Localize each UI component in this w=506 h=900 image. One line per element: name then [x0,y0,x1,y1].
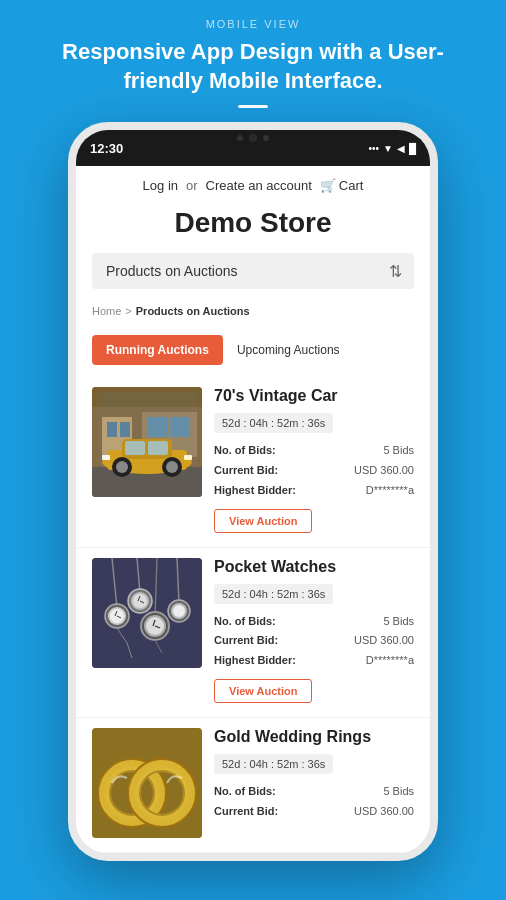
product-info-pocket-watches: Pocket Watches 52d : 04h : 52m : 36s No.… [214,558,414,703]
nav-or: or [186,178,198,193]
notch-dot-1 [237,135,243,141]
bids-value-vintage-car: 5 Bids [383,441,414,461]
bids-row-pocket-watches: No. of Bids: 5 Bids [214,612,414,632]
svg-point-43 [173,605,185,617]
product-timer-vintage-car: 52d : 04h : 52m : 36s [214,413,333,433]
breadcrumb: Home > Products on Auctions [76,299,430,327]
headline: Responsive App Design with a User-friend… [0,38,506,95]
battery-icon: █ [409,143,416,154]
signal-icon: ••• [368,143,379,154]
svg-rect-7 [147,417,167,437]
bids-value-pocket-watches: 5 Bids [383,612,414,632]
store-nav: Log in or Create an account 🛒 Cart [76,166,430,201]
wifi-icon: ▼ [383,143,393,154]
create-account-link[interactable]: Create an account [206,178,312,193]
current-bid-label: Current Bid: [214,461,278,481]
current-bid-value-gold-rings: USD 360.00 [354,802,414,822]
product-image-pocket-watches [92,558,202,668]
current-bid-row-pocket-watches: Current Bid: USD 360.00 [214,631,414,651]
svg-rect-13 [125,441,145,455]
product-name-pocket-watches: Pocket Watches [214,558,414,576]
cart-icon: 🛒 [320,178,336,193]
headline-divider [238,105,268,108]
bids-label-pw: No. of Bids: [214,612,276,632]
highest-bidder-value-pocket-watches: D********a [366,651,414,671]
phone-content[interactable]: Log in or Create an account 🛒 Cart Demo … [76,166,430,853]
svg-point-16 [116,461,128,473]
svg-rect-19 [102,455,110,460]
product-card-vintage-car: 70's Vintage Car 52d : 04h : 52m : 36s N… [76,377,430,547]
bids-label-gr: No. of Bids: [214,782,276,802]
product-timer-pocket-watches: 52d : 04h : 52m : 36s [214,584,333,604]
current-bid-label-gr: Current Bid: [214,802,278,822]
bids-row-vintage-car: No. of Bids: 5 Bids [214,441,414,461]
svg-rect-20 [184,455,192,460]
current-bid-row-vintage-car: Current Bid: USD 360.00 [214,461,414,481]
highest-bidder-row-vintage-car: Highest Bidder: D********a [214,481,414,501]
bids-label: No. of Bids: [214,441,276,461]
product-image-gold-rings [92,728,202,838]
status-icons: ••• ▼ ◀ █ [368,143,416,154]
product-bids-gold-rings: No. of Bids: 5 Bids Current Bid: USD 360… [214,782,414,822]
view-auction-button-pocket-watches[interactable]: View Auction [214,679,312,703]
current-bid-row-gold-rings: Current Bid: USD 360.00 [214,802,414,822]
tab-running-auctions[interactable]: Running Auctions [92,335,223,365]
view-auction-button-vintage-car[interactable]: View Auction [214,509,312,533]
notch [225,130,281,146]
signal-bars-icon: ◀ [397,143,405,154]
current-bid-value-vintage-car: USD 360.00 [354,461,414,481]
breadcrumb-current: Products on Auctions [136,305,250,317]
svg-rect-4 [107,422,117,437]
notch-dot-camera [249,134,257,142]
current-bid-label-pw: Current Bid: [214,631,278,651]
product-card-pocket-watches: Pocket Watches 52d : 04h : 52m : 36s No.… [76,548,430,718]
svg-point-18 [166,461,178,473]
tab-upcoming-auctions[interactable]: Upcoming Auctions [233,335,344,365]
dropdown-container[interactable]: Products on AuctionsUpcoming Auctions ⇅ [92,253,414,289]
mobile-view-label: MOBILE VIEW [206,18,301,30]
login-link[interactable]: Log in [143,178,178,193]
store-title: Demo Store [76,201,430,253]
breadcrumb-home[interactable]: Home [92,305,121,317]
highest-bidder-row-pocket-watches: Highest Bidder: D********a [214,651,414,671]
bids-row-gold-rings: No. of Bids: 5 Bids [214,782,414,802]
cart-label: Cart [339,178,364,193]
highest-bidder-label-pw: Highest Bidder: [214,651,296,671]
product-info-vintage-car: 70's Vintage Car 52d : 04h : 52m : 36s N… [214,387,414,532]
product-name-gold-rings: Gold Wedding Rings [214,728,414,746]
auctions-dropdown[interactable]: Products on AuctionsUpcoming Auctions [92,253,414,289]
product-info-gold-rings: Gold Wedding Rings 52d : 04h : 52m : 36s… [214,728,414,838]
svg-rect-14 [148,441,168,455]
highest-bidder-label: Highest Bidder: [214,481,296,501]
highest-bidder-value-vintage-car: D********a [366,481,414,501]
status-bar: 12:30 ••• ▼ ◀ █ [76,130,430,166]
product-timer-gold-rings: 52d : 04h : 52m : 36s [214,754,333,774]
phone-frame: 12:30 ••• ▼ ◀ █ Log in or Create an acco… [68,122,438,861]
tabs-row: Running Auctions Upcoming Auctions [76,327,430,377]
product-image-vintage-car [92,387,202,497]
svg-rect-5 [120,422,130,437]
product-bids-pocket-watches: No. of Bids: 5 Bids Current Bid: USD 360… [214,612,414,671]
status-time: 12:30 [90,141,123,156]
product-bids-vintage-car: No. of Bids: 5 Bids Current Bid: USD 360… [214,441,414,500]
current-bid-value-pocket-watches: USD 360.00 [354,631,414,651]
product-name-vintage-car: 70's Vintage Car [214,387,414,405]
dropdown-wrapper: Products on AuctionsUpcoming Auctions ⇅ [76,253,430,299]
bids-value-gold-rings: 5 Bids [383,782,414,802]
cart-area[interactable]: 🛒 Cart [320,178,364,193]
notch-dot-2 [263,135,269,141]
product-card-gold-rings: Gold Wedding Rings 52d : 04h : 52m : 36s… [76,718,430,853]
svg-rect-8 [170,417,190,437]
breadcrumb-separator: > [125,305,131,317]
